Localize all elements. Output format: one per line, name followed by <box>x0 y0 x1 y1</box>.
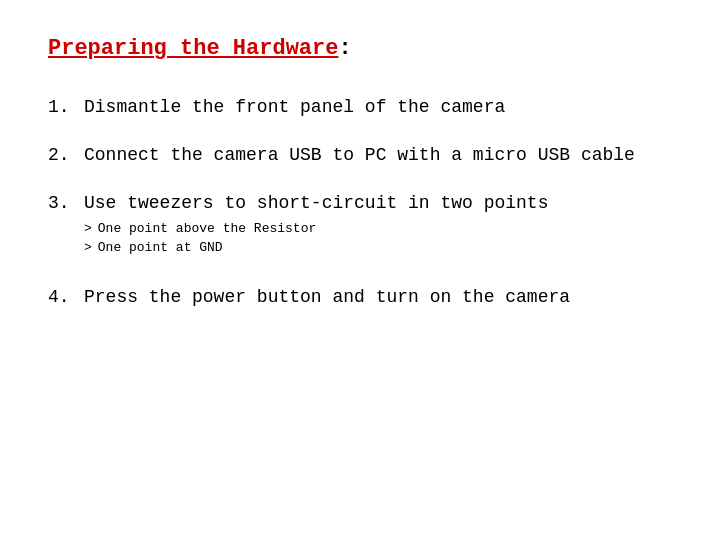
instructions-list: 1.Dismantle the front panel of the camer… <box>48 97 672 307</box>
page-title: Preparing the Hardware: <box>48 36 672 61</box>
page: Preparing the Hardware: 1.Dismantle the … <box>0 0 720 540</box>
list-content: Connect the camera USB to PC with a micr… <box>84 145 635 165</box>
sub-list-text: One point at GND <box>98 240 223 255</box>
list-content: Dismantle the front panel of the camera <box>84 97 505 117</box>
list-number: 4. <box>48 287 84 307</box>
list-content: Use tweezers to short-circuit in two poi… <box>84 193 548 259</box>
list-text: Connect the camera USB to PC with a micr… <box>84 145 635 165</box>
sub-list: >One point above the Resistor>One point … <box>84 221 548 255</box>
list-number: 3. <box>48 193 84 213</box>
chevron-right-icon: > <box>84 240 92 255</box>
list-text: Dismantle the front panel of the camera <box>84 97 505 117</box>
list-number: 2. <box>48 145 84 165</box>
title-colon: : <box>338 36 351 61</box>
title-highlight: Preparing the Hardware <box>48 36 338 61</box>
sub-list-text: One point above the Resistor <box>98 221 316 236</box>
list-item: 2.Connect the camera USB to PC with a mi… <box>48 145 672 165</box>
list-item: 4.Press the power button and turn on the… <box>48 287 672 307</box>
sub-list-item: >One point above the Resistor <box>84 221 548 236</box>
chevron-right-icon: > <box>84 221 92 236</box>
list-content: Press the power button and turn on the c… <box>84 287 570 307</box>
list-item: 1.Dismantle the front panel of the camer… <box>48 97 672 117</box>
list-number: 1. <box>48 97 84 117</box>
list-text: Use tweezers to short-circuit in two poi… <box>84 193 548 213</box>
sub-list-item: >One point at GND <box>84 240 548 255</box>
list-item: 3.Use tweezers to short-circuit in two p… <box>48 193 672 259</box>
list-text: Press the power button and turn on the c… <box>84 287 570 307</box>
